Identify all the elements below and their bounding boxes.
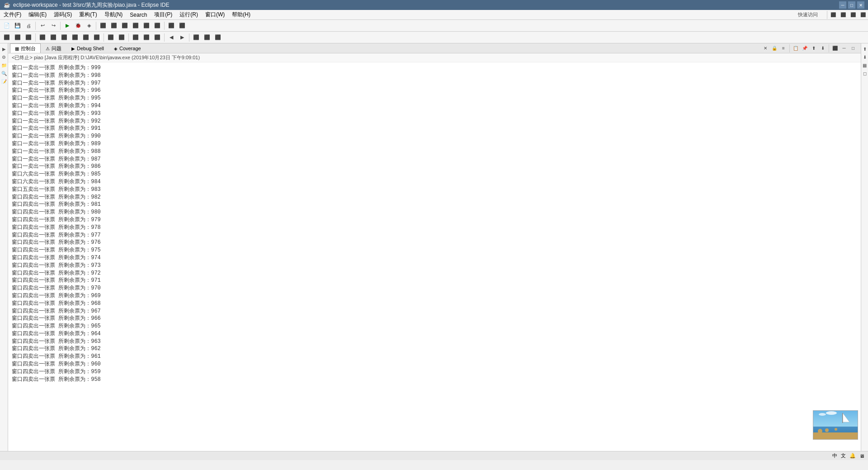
save-button[interactable]: 💾 [13, 21, 23, 31]
perspective2[interactable]: ⬛ [177, 21, 187, 31]
tb2[interactable]: ⬛ [838, 10, 848, 20]
menu-window[interactable]: 窗口(W) [202, 10, 228, 19]
sep8 [164, 33, 165, 42]
console-expand-button[interactable]: ⬛ [831, 44, 839, 52]
status-chinese2[interactable]: 文 [841, 452, 846, 459]
menu-edit[interactable]: 编辑(E) [25, 10, 50, 19]
close-button[interactable]: ✕ [857, 1, 864, 9]
tb2-3[interactable]: ⬛ [24, 33, 33, 43]
tb2-4[interactable]: ⬛ [38, 33, 47, 43]
svg-rect-1 [842, 413, 843, 423]
ext5[interactable]: ⬛ [142, 21, 151, 31]
maximize-button[interactable]: □ [848, 1, 855, 9]
perspective1[interactable]: ⬛ [166, 21, 176, 31]
second-toolbar: ⬛ ⬛ ⬛ ⬛ ⬛ ⬛ ⬛ ⬛ ⬛ ⬛ ⬛ ⬛ ⬛ ⬛ ◀ ▶ ⬛ ⬛ ⬛ [0, 32, 868, 43]
tb4[interactable]: ⬛ [858, 10, 868, 20]
tab-problems[interactable]: ⚠ 问题 [41, 43, 66, 53]
menu-run[interactable]: 运行(R) [176, 10, 202, 19]
ext6[interactable]: ⬛ [152, 21, 162, 31]
console-line: 窗口四卖出一张票 所剩余票为：980 [12, 209, 857, 216]
tb2-12[interactable]: ⬛ [131, 33, 141, 43]
sidebar-icon-3[interactable]: 📁 [0, 62, 8, 69]
console-line: 窗口四卖出一张票 所剩余票为：966 [12, 315, 857, 323]
tab-coverage[interactable]: ◈ Coverage [109, 43, 146, 53]
console-line: 窗口四卖出一张票 所剩余票为：982 [12, 194, 857, 201]
tab-debug-shell[interactable]: ▶ Debug Shell [66, 43, 109, 53]
console-copy-button[interactable]: 📋 [792, 44, 800, 52]
tb2-fwd[interactable]: ▶ [177, 33, 187, 43]
sidebar-icon-1[interactable]: ▶ [0, 45, 8, 52]
sidebar-icon-4[interactable]: 🔍 [0, 70, 8, 77]
right-sidebar-icon-1[interactable]: ⬆ [861, 45, 868, 52]
ext4[interactable]: ⬛ [131, 21, 141, 31]
print-button[interactable]: 🖨 [24, 21, 33, 31]
sep2 [60, 22, 61, 30]
tb2-17[interactable]: ⬛ [213, 33, 223, 43]
console-minimize-button[interactable]: ─ [840, 44, 848, 52]
redo-button[interactable]: ↪ [48, 21, 58, 31]
tb2-1[interactable]: ⬛ [2, 33, 12, 43]
ext1[interactable]: ⬛ [98, 21, 108, 31]
window-title: eclipse-workspace - test 3/src/第九周实验/pia… [13, 1, 169, 9]
sidebar-icon-5[interactable]: 📝 [0, 78, 8, 85]
debug-button[interactable]: 🐞 [73, 21, 83, 31]
sep6 [104, 33, 104, 42]
undo-button[interactable]: ↩ [38, 21, 47, 31]
tb2-9[interactable]: ⬛ [92, 33, 102, 43]
tb2-15[interactable]: ⬛ [191, 33, 201, 43]
console-line: 窗口六卖出一张票 所剩余票为：985 [12, 171, 857, 178]
tb2-16[interactable]: ⬛ [202, 33, 212, 43]
ext2[interactable]: ⬛ [109, 21, 119, 31]
minimize-button[interactable]: ─ [839, 1, 846, 9]
tb2-back[interactable]: ◀ [166, 33, 176, 43]
new-button[interactable]: 📄 [2, 21, 12, 31]
tb2-6[interactable]: ⬛ [59, 33, 69, 43]
quick-access-button[interactable]: 快速访问 [790, 10, 826, 20]
tb2-13[interactable]: ⬛ [142, 33, 151, 43]
sep-console [789, 44, 790, 52]
tb2-8[interactable]: ⬛ [81, 33, 91, 43]
console-line: 窗口四卖出一张票 所剩余票为：981 [12, 201, 857, 209]
tb3[interactable]: ⬛ [848, 10, 858, 20]
menu-search[interactable]: Search [126, 10, 151, 19]
tb2-11[interactable]: ⬛ [117, 33, 127, 43]
menu-navigate[interactable]: 导航(N) [101, 10, 127, 19]
menu-project[interactable]: 项目(P) [151, 10, 176, 19]
menu-source[interactable]: 源码(S) [50, 10, 75, 19]
tb2-5[interactable]: ⬛ [48, 33, 58, 43]
console-line: 窗口四卖出一张票 所剩余票为：961 [12, 353, 857, 361]
console-panel: ▦ 控制台 ⚠ 问题 ▶ Debug Shell ◈ Coverage ✕ 🔒 … [8, 43, 861, 451]
console-export-button[interactable]: ⬆ [810, 44, 818, 52]
sidebar-icon-2[interactable]: ⚙ [0, 53, 8, 61]
tb2-10[interactable]: ⬛ [106, 33, 116, 43]
console-maximize-button[interactable]: □ [849, 44, 857, 52]
console-line: 窗口四卖出一张票 所剩余票为：978 [12, 224, 857, 232]
console-line: 窗口四卖出一张票 所剩余票为：976 [12, 239, 857, 247]
menu-refactor[interactable]: 重构(T) [75, 10, 100, 19]
console-import-button[interactable]: ⬇ [819, 44, 827, 52]
tb1[interactable]: ⬛ [828, 10, 838, 20]
run-button[interactable]: ▶ [62, 21, 72, 31]
right-sidebar-icon-2[interactable]: ⬇ [861, 53, 868, 61]
svg-marker-0 [843, 413, 849, 422]
menu-help[interactable]: 帮助(H) [228, 10, 254, 19]
console-lock-button[interactable]: 🔒 [770, 44, 778, 52]
ext3[interactable]: ⬛ [120, 21, 130, 31]
status-chinese1[interactable]: 中 [832, 452, 837, 459]
console-filter-button[interactable]: ≡ [779, 44, 788, 52]
right-sidebar-icon-4[interactable]: ◻ [861, 70, 868, 77]
tab-console[interactable]: ▦ 控制台 [10, 43, 41, 53]
right-sidebar-icon-3[interactable]: ▦ [861, 62, 868, 69]
console-line: 窗口一卖出一张票 所剩余票为：990 [12, 133, 857, 140]
tb2-14[interactable]: ⬛ [152, 33, 162, 43]
status-monitor-icon[interactable]: 🖥 [859, 453, 864, 459]
sep1 [35, 22, 36, 30]
console-output[interactable]: 窗口一卖出一张票 所剩余票为：999窗口一卖出一张票 所剩余票为：998窗口一卖… [8, 62, 861, 451]
coverage-button[interactable]: ◈ [84, 21, 94, 31]
menu-file[interactable]: 文件(F) [0, 10, 25, 19]
console-clear-button[interactable]: ✕ [761, 44, 769, 52]
tb2-2[interactable]: ⬛ [13, 33, 23, 43]
console-paste-button[interactable]: 📌 [801, 44, 809, 52]
tb2-7[interactable]: ⬛ [70, 33, 80, 43]
status-bell-icon[interactable]: 🔔 [849, 453, 856, 459]
